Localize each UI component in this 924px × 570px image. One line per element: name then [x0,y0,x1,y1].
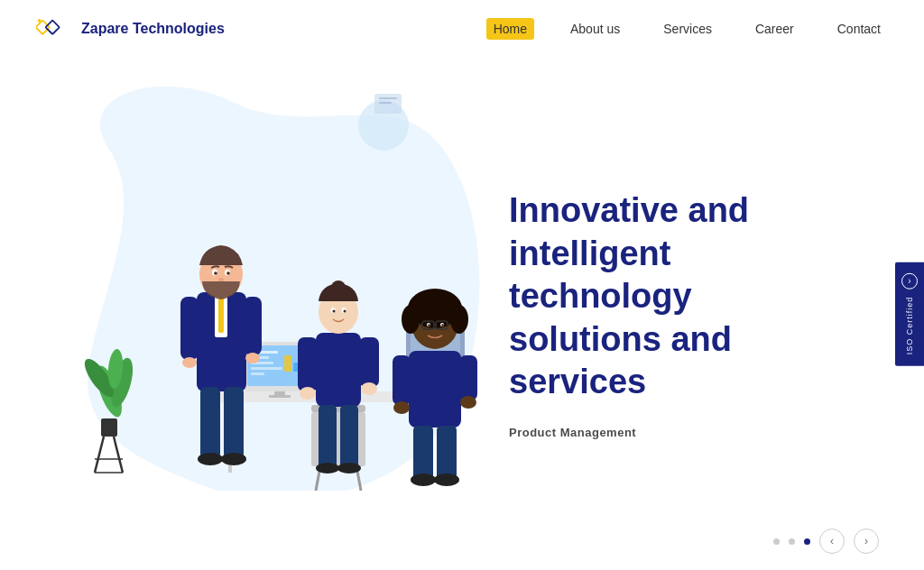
svg-rect-87 [413,426,433,480]
svg-rect-26 [284,355,291,372]
slide-dot-2[interactable] [789,538,795,545]
svg-rect-35 [244,297,262,355]
svg-point-43 [218,278,224,281]
svg-rect-83 [393,355,411,405]
svg-point-57 [333,310,336,313]
hero-illustration [54,85,505,509]
iso-label: ISO Certified [904,297,916,355]
hero-section: Innovative and intelligent technology so… [0,58,924,570]
svg-point-65 [316,463,339,473]
svg-point-62 [361,382,377,395]
svg-rect-63 [319,405,337,468]
nav-about[interactable]: About us [563,18,627,40]
slide-controls: ‹ › [773,529,879,554]
logo[interactable]: Zapare Technologies [36,15,225,42]
svg-rect-0 [36,20,50,33]
svg-rect-45 [224,387,244,459]
main-nav: Home About us Services Career Contact [486,18,888,40]
svg-rect-44 [200,387,220,459]
hero-title: Innovative and intelligent technology so… [509,189,852,404]
svg-rect-1 [45,20,59,33]
svg-rect-64 [340,405,358,468]
svg-rect-33 [218,297,224,333]
svg-rect-30 [269,395,291,398]
slide-prev-button[interactable]: ‹ [819,529,845,554]
svg-point-36 [182,357,197,368]
svg-point-82 [441,324,443,326]
svg-point-66 [337,463,361,473]
nav-career[interactable]: Career [748,18,801,40]
svg-rect-88 [437,426,457,480]
svg-point-89 [411,473,436,486]
svg-point-2 [38,19,42,23]
svg-rect-59 [298,337,318,391]
iso-badge[interactable]: › ISO Certified [895,262,924,366]
svg-point-81 [428,324,430,326]
svg-point-90 [434,473,459,486]
svg-rect-52 [316,333,361,407]
nav-contact[interactable]: Contact [830,18,888,40]
nav-services[interactable]: Services [656,18,719,40]
hero-subtitle: Product Management [509,425,852,438]
svg-rect-24 [251,367,282,370]
svg-point-46 [198,453,223,465]
header: Zapare Technologies Home About us Servic… [0,0,924,58]
svg-rect-7 [101,418,117,437]
nav-home[interactable]: Home [486,18,534,40]
svg-point-41 [214,271,217,275]
logo-text: Zapare Technologies [81,21,225,37]
svg-rect-69 [409,351,461,428]
svg-rect-34 [180,297,199,360]
svg-point-47 [221,453,246,465]
slide-dot-1[interactable] [773,538,780,545]
svg-line-9 [114,437,123,473]
svg-point-42 [226,271,230,275]
svg-rect-25 [251,372,264,375]
svg-point-86 [460,396,476,409]
svg-point-61 [300,387,316,400]
slide-dot-3[interactable] [804,538,810,545]
svg-point-54 [331,280,346,295]
svg-rect-60 [359,337,379,387]
svg-rect-84 [459,355,477,400]
hero-content: Innovative and intelligent technology so… [509,189,852,439]
svg-point-58 [344,310,346,313]
svg-point-85 [393,401,410,414]
svg-line-8 [95,437,104,473]
svg-point-37 [245,353,260,363]
logo-icon [36,15,72,42]
slide-next-button[interactable]: › [854,529,879,554]
iso-arrow-icon: › [901,273,918,290]
svg-point-72 [402,305,420,334]
svg-point-73 [450,305,468,334]
